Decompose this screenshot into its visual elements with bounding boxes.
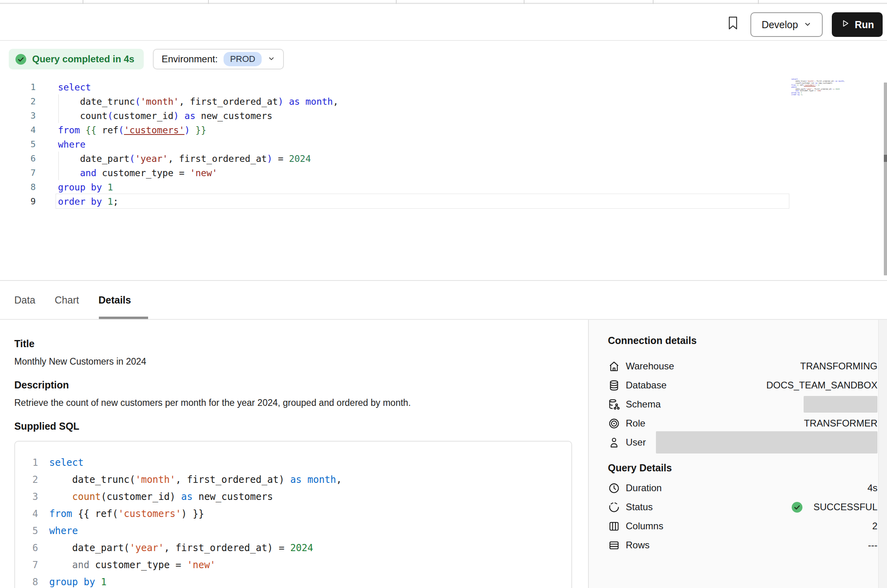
line-number: 4 [0,123,36,137]
description-value: Retrieve the count of new customers per … [14,398,411,408]
minimap-line: order by 1; [791,94,833,96]
clock-icon [608,482,620,494]
check-circle-icon [15,53,27,65]
code-line: 4from {{ ref('customers') }} [0,123,338,137]
user-icon [608,436,620,449]
code-line: 4from {{ ref('customers') }} [25,505,571,523]
editor-minimap[interactable]: select date_trunc('month', first_ordered… [791,79,833,96]
connection-row-database: DatabaseDOCS_TEAM_SANDBOX [608,376,877,395]
supplied-sql-block: 1select2 date_trunc('month', first_order… [14,441,572,588]
code-line: 1select [0,80,338,94]
sql-editor[interactable]: 1select2 date_trunc('month', first_order… [0,75,887,280]
code-line: 6 date_part('year', first_ordered_at) = … [0,152,338,166]
environment-value-chip: PROD [224,52,262,66]
editor-scrollbar[interactable] [884,83,887,275]
code-line: 2 date_trunc('month', first_ordered_at) … [0,94,338,109]
develop-button[interactable]: Develop [750,12,823,37]
code-line: 3 count(customer_id) as new_customers [0,109,338,123]
line-number: 5 [0,137,36,152]
connection-value-text: TRANSFORMING [800,361,877,372]
tab-separator [208,0,209,4]
line-number: 6 [25,540,38,557]
line-number: 5 [25,523,38,540]
line-number: 3 [25,488,38,505]
line-number: 2 [25,471,38,488]
connection-value: DOCS_TEAM_SANDBOX [766,380,877,391]
query-value-text: 4s [868,482,877,494]
query-value-text: --- [868,540,877,551]
code-line: 8group by 1 [25,574,571,588]
query-label: Columns [626,521,663,532]
tab-separator [758,0,759,4]
query-label: Rows [626,540,650,551]
toolbar: Develop Run [0,5,887,41]
warehouse-icon [608,360,620,373]
editor-scrollbar-thumb[interactable] [884,155,887,162]
connection-row-schema: Schema [608,395,877,414]
supplied-sql-heading: Supplied SQL [14,421,79,432]
run-button[interactable]: Run [832,12,883,37]
connection-label: Warehouse [626,361,674,372]
query-row-rows: Rows--- [608,536,877,555]
query-row-status: StatusSUCCESSFUL [608,498,877,517]
query-status-text: Query completed in 4s [32,54,134,65]
bookmark-button[interactable] [725,15,741,32]
run-button-label: Run [855,19,874,31]
status-row: Query completed in 4s Environment: PROD [0,42,887,75]
tab-separator [524,0,524,4]
play-icon [841,19,850,31]
bookmark-icon [726,26,740,32]
tab-data[interactable]: Data [14,294,35,306]
develop-button-label: Develop [762,19,798,31]
app-window: Develop Run Query completed in 4s Enviro… [0,0,887,588]
code-line: 7 and customer_type = 'new' [0,166,338,180]
redacted-value [804,396,877,413]
query-details-rows: Duration4sStatusSUCCESSFULColumns2Rows--… [608,478,877,555]
query-value-text: 2 [872,521,877,532]
browser-tab-strip [0,0,887,4]
query-value: 4s [868,482,877,494]
query-value: SUCCESSFUL [791,501,877,513]
line-number: 2 [0,94,36,109]
connection-label: Role [626,418,645,429]
supplied-sql-lines: 1select2 date_trunc('month', first_order… [25,454,571,588]
tab-separator [653,0,654,4]
rows-icon [608,539,620,551]
description-heading: Description [14,379,69,391]
connection-value-text: DOCS_TEAM_SANDBOX [766,380,877,391]
database-icon [608,379,620,392]
code-line: 8group by 1 [0,180,338,194]
tab-separator [396,0,397,4]
code-line: 5where [25,523,571,540]
line-number: 9 [0,194,36,209]
connection-value: TRANSFORMER [804,418,877,429]
code-line: 2 date_trunc('month', first_ordered_at) … [25,471,571,488]
columns-icon [608,520,620,532]
connection-row-role: RoleTRANSFORMER [608,414,877,433]
chevron-down-icon [804,19,812,31]
line-number: 7 [25,557,38,574]
code-line: 9order by 1; [0,194,338,209]
query-status-badge: Query completed in 4s [9,49,144,69]
tab-details[interactable]: Details [98,294,131,306]
chevron-down-icon [268,55,275,64]
editor-code-lines: 1select2 date_trunc('month', first_order… [0,80,338,209]
status-spinner-icon [608,501,620,513]
check-circle-icon [791,501,803,513]
line-number: 8 [0,180,36,194]
query-value: --- [868,540,877,551]
details-panel: Title Monthly New Customers in 2024 Desc… [0,320,887,588]
query-value: 2 [872,521,877,532]
panel-scrollbar-track[interactable] [878,320,887,588]
tab-chart[interactable]: Chart [55,294,79,306]
title-heading: Title [14,338,35,350]
schema-icon [608,398,620,411]
code-line: 7 and customer_type = 'new' [25,557,571,574]
environment-select[interactable]: Environment: PROD [153,49,284,69]
code-line: 5where [0,137,338,152]
line-number: 1 [0,80,36,94]
query-label: Status [626,502,653,513]
line-number: 3 [0,109,36,123]
role-icon [608,417,620,430]
title-value: Monthly New Customers in 2024 [14,356,146,367]
